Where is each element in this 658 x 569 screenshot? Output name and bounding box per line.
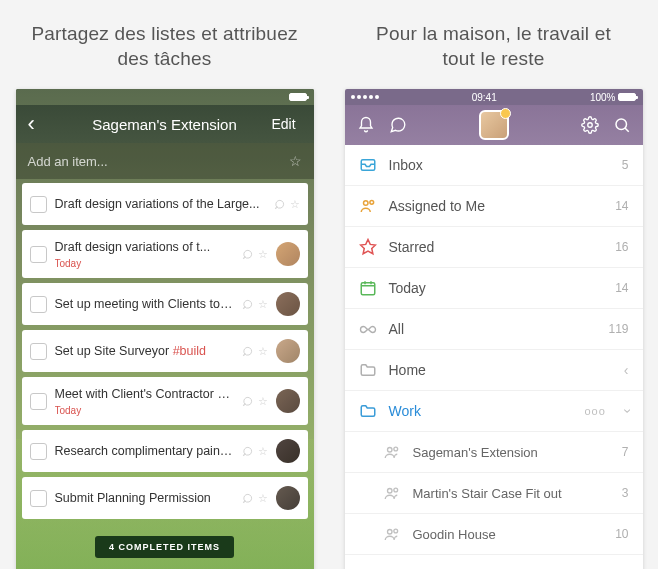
svg-point-12: [393, 530, 397, 534]
status-time: 09:41: [472, 92, 497, 103]
task-checkbox[interactable]: [30, 443, 47, 460]
folder-label: Inbox: [389, 157, 610, 173]
subfolder-row[interactable]: Admin To-dos 14: [345, 555, 643, 569]
folder-icon: [359, 402, 377, 420]
add-item-input[interactable]: Add an item...: [28, 154, 108, 169]
people-icon: [383, 443, 401, 461]
task-title: Draft design variations of the Large...: [55, 196, 266, 212]
people-icon: [383, 525, 401, 543]
folder-row[interactable]: Today 14: [345, 268, 643, 309]
folder-row[interactable]: Home ‹: [345, 350, 643, 391]
task-row[interactable]: Meet with Client's Contractor #pl...Toda…: [22, 377, 308, 425]
task-title: Submit Planning Permission: [55, 490, 234, 506]
folder-row[interactable]: Inbox 5: [345, 145, 643, 186]
task-title: Set up Site Surveyor #build: [55, 343, 234, 359]
phone-right: 09:41 100% Inbox 5 Assigned to Me 14: [345, 89, 643, 569]
task-row[interactable]: Draft design variations of the Large... …: [22, 183, 308, 225]
task-checkbox[interactable]: [30, 296, 47, 313]
subfolder-row[interactable]: Sageman's Extension 7: [345, 432, 643, 473]
folder-row[interactable]: Work ooo‹: [345, 391, 643, 432]
completed-pill[interactable]: 4 COMPLETED ITEMS: [95, 536, 234, 558]
folder-label: Home: [389, 362, 612, 378]
inbox-icon: [359, 156, 377, 174]
task-row[interactable]: Set up meeting with Clients to di... ☆: [22, 283, 308, 325]
folder-label: Today: [389, 280, 604, 296]
folder-count: 5: [622, 158, 629, 172]
status-bar: 09:41 100%: [345, 89, 643, 105]
subfolder-row[interactable]: Goodin House 10: [345, 514, 643, 555]
subfolder-label: Martin's Stair Case Fit out: [413, 486, 610, 501]
task-meta-icons: ☆: [242, 345, 268, 358]
subfolder-label: Goodin House: [413, 527, 604, 542]
svg-point-7: [387, 448, 392, 453]
svg-point-4: [369, 201, 373, 205]
svg-marker-5: [360, 240, 375, 254]
task-row[interactable]: Submit Planning Permission ☆: [22, 477, 308, 519]
assignee-avatar: [276, 339, 300, 363]
svg-rect-6: [361, 283, 375, 295]
assignee-avatar: [276, 292, 300, 316]
user-icon: [359, 197, 377, 215]
chevron-down-icon: ‹: [618, 409, 634, 414]
svg-point-8: [393, 448, 397, 452]
caption-left: Partagez des listes et attribuez des tâc…: [10, 0, 319, 89]
assignee-avatar: [276, 389, 300, 413]
task-title: Meet with Client's Contractor #pl...Toda…: [55, 386, 234, 417]
folder-label: Work: [389, 403, 573, 419]
task-meta-icons: ☆: [274, 198, 300, 211]
task-title: Research complimentary paint co...: [55, 443, 234, 459]
gear-icon[interactable]: [581, 116, 599, 134]
task-row[interactable]: Research complimentary paint co... ☆: [22, 430, 308, 472]
svg-point-11: [387, 530, 392, 535]
star-icon: [359, 238, 377, 256]
svg-point-9: [387, 489, 392, 494]
assignee-avatar: [276, 486, 300, 510]
star-icon[interactable]: ☆: [289, 153, 302, 169]
task-meta-icons: ☆: [242, 395, 268, 408]
folder-icon: [359, 361, 377, 379]
chat-icon[interactable]: [389, 116, 407, 134]
people-icon: [383, 484, 401, 502]
svg-point-1: [616, 119, 627, 130]
back-button[interactable]: ‹: [28, 111, 58, 137]
task-row[interactable]: Draft design variations of t...Today ☆: [22, 230, 308, 278]
svg-point-3: [363, 201, 368, 206]
task-checkbox[interactable]: [30, 393, 47, 410]
subfolder-count: 3: [622, 486, 629, 500]
search-icon[interactable]: [613, 116, 631, 134]
phone-left: 09:41 100% ‹ Sageman's Extension Edit Ad…: [16, 89, 314, 569]
task-row[interactable]: Set up Site Surveyor #build ☆: [22, 330, 308, 372]
cal-icon: [359, 279, 377, 297]
subfolder-row[interactable]: Martin's Stair Case Fit out 3: [345, 473, 643, 514]
task-meta-icons: ☆: [242, 298, 268, 311]
subfolder-count: 10: [615, 527, 628, 541]
folder-row[interactable]: All 119: [345, 309, 643, 350]
edit-button[interactable]: Edit: [272, 116, 302, 132]
task-checkbox[interactable]: [30, 490, 47, 507]
folder-row[interactable]: Starred 16: [345, 227, 643, 268]
svg-point-10: [393, 489, 397, 493]
task-checkbox[interactable]: [30, 196, 47, 213]
battery-pct: 100%: [590, 92, 616, 103]
folder-label: Starred: [389, 239, 604, 255]
folder-row[interactable]: Assigned to Me 14: [345, 186, 643, 227]
subfolder-label: Sageman's Extension: [413, 445, 610, 460]
subfolder-count: 7: [622, 445, 629, 459]
folder-count: 16: [615, 240, 628, 254]
folder-count: 14: [615, 281, 628, 295]
task-title: Set up meeting with Clients to di...: [55, 296, 234, 312]
battery-icon: [289, 93, 307, 101]
folder-label: All: [389, 321, 597, 337]
more-icon[interactable]: ooo: [584, 405, 605, 417]
folder-label: Assigned to Me: [389, 198, 604, 214]
assignee-avatar: [276, 439, 300, 463]
folder-count: 14: [615, 199, 628, 213]
task-checkbox[interactable]: [30, 246, 47, 263]
profile-avatar[interactable]: [479, 110, 509, 140]
task-meta-icons: ☆: [242, 445, 268, 458]
bell-icon[interactable]: [357, 116, 375, 134]
task-checkbox[interactable]: [30, 343, 47, 360]
folder-count: 119: [608, 322, 628, 336]
task-meta-icons: ☆: [242, 492, 268, 505]
signal-icon: [351, 95, 379, 99]
